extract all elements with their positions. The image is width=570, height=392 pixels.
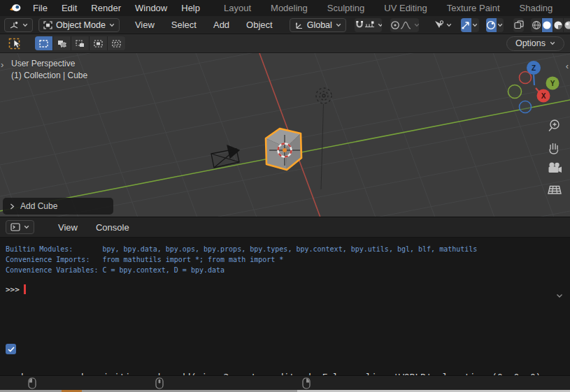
sidebar-toggle-left-icon[interactable]: › [1, 61, 3, 69]
report-checkbox[interactable] [6, 344, 16, 354]
xray-toggle[interactable] [513, 18, 524, 32]
rendered-sphere-icon [564, 20, 570, 30]
gizmo-axis-neg-x [508, 85, 522, 99]
overlays-dropdown[interactable] [497, 18, 504, 32]
menu-edit[interactable]: Edit [55, 0, 84, 16]
tab-uv-editing[interactable]: UV Editing [374, 0, 436, 16]
toggle-perspective-button[interactable] [548, 187, 561, 194]
menu-add[interactable]: Add [206, 17, 236, 33]
chevron-down-icon [336, 23, 341, 27]
select-subtract-icon [76, 40, 85, 48]
console-collapse-chevron-icon[interactable] [556, 293, 563, 298]
select-mode-subtract[interactable] [71, 36, 89, 50]
select-mode-set[interactable] [35, 36, 52, 50]
chevron-down-icon [24, 225, 29, 229]
chevron-down-icon [550, 41, 555, 45]
options-label: Options [515, 38, 546, 48]
menu-help[interactable]: Help [174, 0, 207, 16]
menu-view[interactable]: View [128, 17, 162, 33]
console-prompt: >>> [6, 285, 20, 294]
workspace-tabs: Layout Modeling Sculpting UV Editing Tex… [214, 0, 570, 16]
menu-file[interactable]: File [26, 0, 55, 16]
options-button[interactable]: Options [506, 36, 564, 51]
tab-shading[interactable]: Shading [510, 0, 563, 16]
orientation-label: Global [307, 20, 332, 30]
tab-texture-paint[interactable]: Texture Paint [437, 0, 510, 16]
console-header: View Console [0, 217, 570, 238]
zoom-button[interactable] [549, 120, 559, 131]
viewport-3d[interactable]: Z Y X [0, 53, 570, 217]
console-editor-type-selector[interactable] [6, 220, 34, 234]
show-gizmo-dropdown[interactable] [432, 18, 454, 32]
chevron-down-icon [497, 23, 503, 27]
menu-render[interactable]: Render [84, 0, 128, 16]
select-mode-intersect[interactable] [108, 36, 125, 50]
operator-panel[interactable]: Add Cube [3, 198, 113, 215]
gizmo-axis-neg-y [520, 72, 532, 84]
console-prompt-row[interactable]: >>> [6, 284, 26, 294]
show-overlays-toggle[interactable] [486, 18, 497, 32]
menu-select[interactable]: Select [164, 17, 204, 33]
tab-animation[interactable]: Animation [562, 0, 570, 16]
console-menu-view[interactable]: View [51, 219, 85, 235]
blender-logo-icon[interactable] [4, 3, 26, 13]
camera-view-button[interactable] [549, 162, 562, 173]
status-bar [0, 375, 570, 390]
chevron-down-icon [22, 23, 28, 27]
tab-layout[interactable]: Layout [214, 0, 261, 16]
gizmos-dropdown[interactable] [471, 18, 479, 32]
sidebar-toggle-right-icon[interactable]: ‹ [566, 62, 569, 71]
camera-object[interactable] [211, 145, 239, 168]
context-label: (1) Collection | Cube [11, 71, 87, 80]
select-invert-icon [94, 40, 103, 48]
snap-increment-icon [364, 21, 375, 29]
shading-mode-group [531, 18, 570, 32]
snapping-group [355, 18, 382, 32]
viewport-header: Object Mode View Select Add Object Globa… [0, 16, 570, 34]
console-body[interactable]: Builtin Modules: bpy, bpy.data, bpy.ops,… [0, 238, 570, 375]
show-gizmos-toggle[interactable] [461, 18, 471, 32]
console-editor-icon [10, 223, 20, 231]
console-output: Builtin Modules: bpy, bpy.data, bpy.ops,… [6, 244, 477, 275]
tab-sculpting[interactable]: Sculpting [318, 0, 374, 16]
overlays-group [486, 18, 504, 32]
editor-type-selector[interactable] [4, 18, 33, 32]
snap-toggle-button[interactable] [355, 18, 364, 32]
orientation-icon [294, 21, 304, 29]
chevron-down-icon [446, 23, 452, 27]
shading-rendered-button[interactable] [564, 18, 570, 32]
light-object[interactable] [316, 88, 332, 189]
gizmo-arrow-icon [461, 20, 471, 29]
menu-window[interactable]: Window [128, 0, 174, 16]
mode-selector[interactable]: Object Mode [38, 18, 120, 32]
chevron-right-icon [10, 203, 15, 210]
console-line: Convenience Variables: C = bpy.context, … [6, 265, 477, 275]
falloff-curve-icon [400, 21, 411, 29]
shading-wireframe-button[interactable] [531, 18, 541, 32]
viewport-editor-icon [9, 21, 19, 29]
wireframe-sphere-icon [532, 20, 541, 30]
topbar: File Edit Render Window Help Layout Mode… [0, 0, 570, 16]
svg-text:Z: Z [532, 64, 536, 72]
console-line: Convenience Imports: from mathutils impo… [6, 254, 477, 265]
shading-material-button[interactable] [553, 18, 563, 32]
select-mode-extend[interactable] [53, 36, 71, 50]
svg-text:X: X [541, 92, 546, 100]
gizmo-axis-neg-z [520, 101, 532, 113]
console-menu-console[interactable]: Console [89, 219, 136, 235]
move-view-button[interactable] [550, 143, 558, 154]
navigation-gizmo[interactable]: Z Y X [508, 61, 560, 113]
menu-object[interactable]: Object [239, 17, 280, 33]
select-mode-invert[interactable] [90, 36, 107, 50]
solid-sphere-icon [542, 20, 552, 30]
select-extend-icon [57, 40, 66, 48]
right-mouse-button-icon [302, 377, 311, 389]
active-tool-button[interactable] [6, 36, 25, 52]
proportional-falloff-button[interactable] [400, 18, 419, 32]
proportional-editing-toggle[interactable] [390, 18, 400, 32]
chevron-down-icon [378, 23, 382, 27]
shading-solid-button[interactable] [542, 18, 553, 32]
transform-orientation-selector[interactable]: Global [290, 18, 346, 32]
snap-with-button[interactable] [364, 18, 382, 32]
tab-modeling[interactable]: Modeling [261, 0, 318, 16]
